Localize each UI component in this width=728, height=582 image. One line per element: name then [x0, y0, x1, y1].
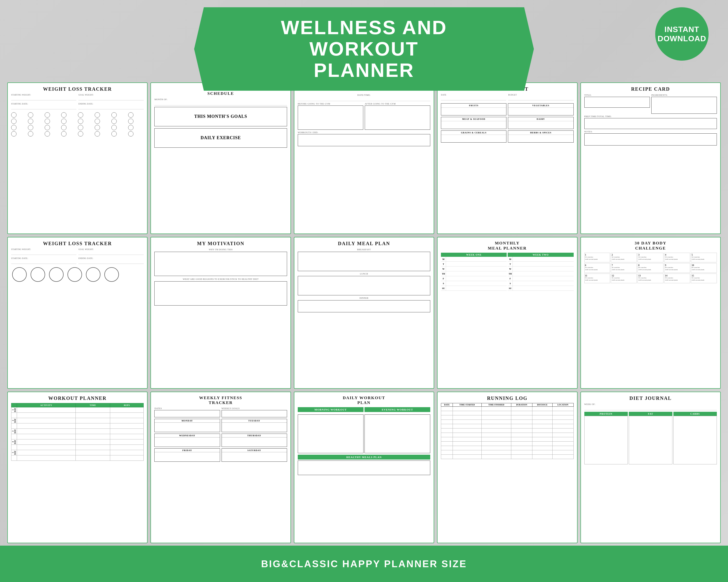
before-gym-col: Before Going To The Gym — [298, 103, 363, 130]
table-row — [441, 415, 573, 419]
circle — [111, 112, 117, 118]
grocery-grains-label: Grains & Cereals — [441, 131, 506, 135]
day-spacer-2 — [11, 423, 17, 428]
meal-cell-th-w2 — [513, 271, 573, 276]
circle — [28, 118, 33, 124]
this-months-goals-text: THIS MONTH'S GOALS — [194, 114, 247, 119]
col-duration: Duration — [511, 403, 532, 407]
table-row — [441, 419, 573, 424]
recipe-ingredients-box — [651, 97, 717, 114]
day-label-th-w2: TH — [508, 273, 513, 275]
saturday-label: Saturday — [222, 449, 287, 452]
tuesday-label: Tuesday — [222, 419, 287, 423]
meal-cell-w-w1 — [446, 267, 507, 271]
fitness-dates-col: Dates — [154, 407, 220, 417]
fitness-dates-label: Dates — [154, 407, 220, 410]
day-label-f-w1: F — [441, 277, 446, 280]
day-num-5: 5 — [692, 253, 716, 256]
recipe-ingredients-label: Ingredients: — [651, 94, 717, 96]
grocery-herbs-label: Herbs & Spices — [508, 131, 573, 135]
footer: BIG&CLASSIC HAPPY PLANNER SIZE — [0, 546, 728, 582]
after-gym-label: After Going To The Gym — [365, 103, 430, 105]
big-circle — [104, 267, 119, 282]
workout-col-time: Time — [76, 403, 110, 407]
day-label-1: Day 1 — [11, 407, 17, 413]
meal-day-t-w1: T — [441, 262, 507, 267]
card-daily-meal-plan: Daily Meal Plan Breakfast Lunch Dinner — [294, 237, 434, 388]
meal-cell-s-w1 — [446, 281, 507, 286]
starting-date-line-2 — [11, 259, 76, 264]
card-title-monthly-meal: MonthlyMeal Planner — [441, 241, 573, 251]
day-num-1: 1 — [585, 253, 609, 256]
grocery-fruits: Fruits — [441, 103, 506, 115]
workout-table-header-row: Activity Time Reps — [11, 403, 144, 407]
circle — [28, 131, 33, 137]
table-row — [441, 424, 573, 428]
fitness-dates-goals: Dates Weekly Goals — [154, 407, 287, 417]
gym-datetime-label: Date/Time: — [298, 94, 430, 96]
fat-header: Fat — [629, 412, 672, 416]
ending-date-line-2 — [78, 259, 144, 264]
activity-3b — [17, 434, 76, 439]
card-title-daily-workout: Daily WorkoutPlan — [298, 395, 430, 406]
protein-data-box — [584, 416, 628, 464]
daily-exercise-text: DAILY EXERCISE — [201, 135, 241, 141]
recipe-title-section: Title: — [584, 94, 650, 114]
day-num-7: 7 — [612, 264, 636, 267]
before-gym-label: Before Going To The Gym — [298, 103, 363, 105]
fitness-goals-box — [222, 410, 287, 417]
day-text-1: 50 crunches2x60 second plank — [585, 256, 609, 260]
meal-day-m-w2: M — [508, 257, 573, 262]
day-text-9: 80 crunches2x60 second plank — [665, 267, 690, 271]
challenge-day-12: 12 50 crunches2x60 second plank — [611, 274, 637, 283]
col-location: Location — [552, 403, 573, 407]
day-label-t-w1: T — [441, 263, 446, 265]
card-weight-loss-tracker-2: Weight Loss Tracker Starting Weight: Goa… — [7, 237, 148, 388]
card-daily-workout-plan: Daily WorkoutPlan Morning Workout Evenin… — [294, 392, 434, 543]
week-one-header: Week One — [441, 253, 507, 257]
card-title-weight-loss-2: Weight Loss Tracker — [11, 241, 144, 246]
card-weekly-fitness-tracker: Weekly FitnessTracker Dates Weekly Goals… — [151, 392, 291, 543]
day-text-8: 80 crunches2x60 second plank — [638, 267, 663, 271]
reps-5b — [110, 455, 144, 461]
table-row — [441, 437, 573, 441]
day-text-4: 50 crunches2x60 second plank — [665, 256, 690, 260]
recipe-notes-label: Notes: — [584, 131, 717, 133]
monday-label: Monday — [155, 419, 219, 423]
meal-day-su-w1: SU — [441, 286, 507, 291]
time-5a — [76, 450, 110, 455]
circle — [11, 112, 17, 118]
evening-workout-label: Evening Workout — [364, 407, 430, 412]
grocery-date-label: Date — [441, 94, 506, 96]
circle — [11, 125, 17, 130]
workout-plan-cols-header: Morning Workout Evening Workout — [298, 407, 430, 413]
header-banner: WELLNESS AND WORKOUT PLANNER — [194, 7, 534, 91]
after-gym-box — [365, 106, 430, 130]
table-row — [11, 434, 144, 439]
challenge-day-1: 1 50 crunches2x60 second plank — [584, 253, 610, 262]
weight-fields-top-2: Starting Weight: Goal Weight: — [11, 248, 144, 256]
col-distance: Distance — [532, 403, 552, 407]
day-label-s-w1: S — [441, 282, 446, 285]
meal-day-su-w2: SU — [508, 286, 573, 291]
day-num-9: 9 — [665, 264, 690, 267]
circle — [45, 125, 50, 130]
meal-day-th-w2: TH — [508, 271, 573, 276]
big-circle — [49, 267, 63, 282]
reps-4b — [110, 444, 144, 450]
day-text-2: 50 crunches2x60 second plank — [612, 256, 636, 260]
card-recipe: Recipe Card Title: Ingredients: Prep Tim… — [580, 82, 721, 234]
table-row — [441, 450, 573, 454]
day-label-su-w2: SU — [508, 287, 513, 289]
grocery-budget-label: Budget — [508, 94, 573, 96]
reps-2b — [110, 423, 144, 428]
time-4a — [76, 439, 110, 444]
challenge-day-4: 4 50 crunches2x60 second plank — [664, 253, 690, 262]
table-row: Day 5 — [11, 450, 144, 455]
recipe-notes-box — [584, 133, 717, 145]
table-row — [11, 413, 144, 418]
morning-workout-box — [298, 414, 364, 453]
day-num-8: 8 — [638, 264, 663, 267]
weight-fields-top: Starting Weight: Goal Weight: — [11, 94, 144, 102]
activity-1b — [17, 413, 76, 418]
